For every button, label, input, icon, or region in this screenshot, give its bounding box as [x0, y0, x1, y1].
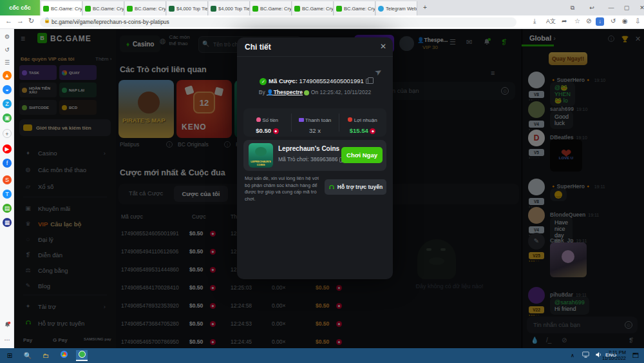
message-bubble[interactable]: ‿ [550, 188, 567, 201]
minimize-button[interactable]: — [604, 0, 618, 15]
username-label[interactable]: 👤Thespe... [417, 37, 448, 43]
add-app-icon[interactable]: + [3, 129, 12, 138]
chat-room-selector[interactable]: Global › [529, 34, 556, 42]
gif-image[interactable] [550, 242, 587, 277]
chat-close-icon[interactable]: ✕ [635, 35, 641, 43]
mail-icon[interactable]: ✉ [466, 38, 472, 46]
bcgame-logo-text[interactable]: BC.GAME [50, 34, 91, 43]
coccoc-taskbar-icon[interactable] [76, 350, 88, 361]
avatar[interactable] [399, 36, 414, 51]
network-icon[interactable] [580, 350, 591, 361]
chrome-icon[interactable] [58, 350, 70, 361]
coccoc-newtab-icon[interactable]: ▲ [3, 71, 12, 80]
reading-list-icon[interactable]: ☰ [3, 58, 12, 67]
browser-tab[interactable]: BC.Game: Cry◄)× [83, 1, 124, 15]
games-icon[interactable]: ▣ [3, 113, 12, 123]
vip-tile-rakeback[interactable]: HOÀN TIỀN XẤU [19, 83, 57, 97]
taskbar-clock[interactable]: 7:11 PM11/10/2022 [602, 349, 626, 361]
sidebar-item-casino[interactable]: ♦Casino› [19, 145, 111, 161]
settings-gear-icon[interactable]: ⚙ [3, 32, 12, 41]
downloads-tray-icon[interactable]: ⇩ [635, 17, 640, 25]
browser-tab[interactable]: $4,000 Top Tier× [167, 1, 208, 15]
sticker-image[interactable]: ❤LOVE U [550, 139, 582, 172]
vip-tile-shitcode[interactable]: SHITCODE [19, 100, 57, 115]
start-button[interactable]: ⊞ [4, 350, 15, 361]
messenger-icon[interactable]: ◒ [3, 85, 12, 94]
download-manager-icon[interactable]: ↓ [596, 17, 604, 26]
emoji-picker-icon[interactable]: ☺ [501, 87, 509, 95]
menu-hamburger-icon[interactable]: ≡ [21, 34, 25, 43]
avatar[interactable] [528, 101, 545, 118]
message-bubble[interactable]: Good luck [550, 111, 573, 129]
avatar[interactable] [528, 287, 545, 304]
info-icon[interactable]: i [166, 141, 173, 148]
sidebar-item-promotions[interactable]: ▣Khuyến mãi [19, 201, 111, 216]
info-icon[interactable]: i [224, 141, 231, 148]
browser-tab[interactable]: BC.Game: Crypto× [334, 1, 375, 15]
game-card-keno[interactable]: 12 KENO [176, 80, 232, 138]
browser-tab[interactable]: BC.Game: Crypto× [41, 1, 82, 15]
zalo-icon[interactable]: Z [3, 99, 12, 108]
sidebar-item-live-support[interactable]: Hỗ trợ trực tuyến [19, 315, 111, 331]
youtube-icon[interactable]: ▶ [3, 144, 12, 153]
browser-tab[interactable]: BC.Game: Crypto× [125, 1, 166, 15]
game-card-pirates-map[interactable]: PIRATE'S MAP [118, 80, 174, 138]
new-tab-button[interactable]: + [420, 3, 430, 13]
modal-close-icon[interactable]: ✕ [380, 42, 386, 51]
more-options-icon[interactable]: ⋯ [3, 335, 12, 344]
translate-icon[interactable]: A文 [546, 17, 556, 26]
chat-toggle-icon[interactable]: ❡ [501, 38, 507, 46]
avatar[interactable] [528, 179, 545, 195]
browser-tab[interactable]: $4,000 Top Tier× [209, 1, 250, 15]
shop-icon[interactable]: ▤ [3, 204, 12, 213]
comments-sort-icon[interactable]: ≡ [491, 69, 495, 77]
sidebar-item-blog[interactable]: ✎Blog [19, 278, 111, 293]
bettor-link[interactable]: 👤Thespectre [267, 89, 303, 95]
chat-input[interactable]: Tin nhắn của bạn [527, 317, 638, 333]
avatar[interactable]: ✎ [528, 233, 545, 250]
chat-emoji-icon[interactable]: ☺ [625, 321, 632, 329]
chat-bubble-icon[interactable]: ❡ [629, 337, 634, 344]
avatar[interactable] [528, 207, 545, 224]
tab-all-bets[interactable]: Tất cả Cược [129, 190, 163, 197]
history-icon[interactable]: ↺ [3, 45, 12, 54]
coin-rain-icon[interactable]: 💧 [531, 337, 538, 344]
bell-icon[interactable] [483, 38, 491, 47]
vip-tile-reload[interactable]: NẠP LẠI [59, 83, 97, 97]
app-icon[interactable]: ▦ [3, 218, 12, 227]
sidebar-item-sports[interactable]: ◍Các môn thể thao [19, 162, 111, 177]
sports-tab-button[interactable]: ◍ Các mônthể thao [160, 34, 190, 48]
taskbar-search-icon[interactable]: 🔍 [22, 350, 33, 361]
share-page-icon[interactable]: ➦ [562, 17, 567, 25]
sidebar-item-fairness[interactable]: ⚖Công bằng [19, 262, 111, 278]
forward-icon[interactable]: → [17, 17, 24, 25]
facebook-icon[interactable]: f [3, 159, 12, 168]
notifications-bell-icon[interactable] [3, 321, 12, 330]
vip-tile-task[interactable]: TASK [19, 65, 57, 80]
sidebar-item-lottery[interactable]: ▱Xổ số [19, 179, 111, 194]
tray-expand-icon[interactable]: ∧ [567, 350, 578, 361]
game-thumbnail[interactable]: LEPRECHAUN'S COINS [249, 143, 273, 168]
file-explorer-icon[interactable]: 🗀 [40, 350, 52, 361]
tab-my-bets[interactable]: Cược của tôi [174, 186, 228, 202]
chat-info-icon[interactable]: i [608, 35, 614, 42]
message-bubble[interactable]: @sarah699 Hi friend [550, 297, 589, 315]
play-now-button[interactable]: Chơi Ngay [341, 147, 383, 163]
tiki-icon[interactable]: T [3, 190, 12, 199]
bookmark-star-icon[interactable]: ☆ [574, 17, 580, 25]
session-restore-icon[interactable]: ↩ [585, 0, 599, 15]
copy-icon[interactable] [366, 79, 370, 84]
provider-label[interactable]: Platipus [120, 141, 139, 148]
adblock-shield-icon[interactable]: ⊘ [586, 17, 591, 25]
sidebar-item-vip-club[interactable]: ♛VIPCâu lạc bộ [19, 216, 111, 231]
url-bar[interactable]: bc.game/vi/game/leprechaun-s-coins-by-pl… [40, 17, 516, 27]
split-screen-icon[interactable]: ⧉ [565, 0, 580, 15]
browser-tab[interactable]: Telegram Web× [376, 1, 417, 15]
trophy-icon[interactable] [621, 34, 629, 46]
save-page-icon[interactable]: ⤓ [533, 17, 536, 25]
coccoc-logo[interactable]: cốc cốc [0, 0, 40, 15]
browser-tab[interactable]: BC.Game: Crypto× [251, 1, 292, 15]
sidebar-item-sponsorship[interactable]: ✦Tài trợ› [19, 299, 111, 314]
maximize-button[interactable]: ▢ [620, 0, 634, 15]
spin-now-button[interactable]: Quay Ngay!! [549, 52, 587, 65]
